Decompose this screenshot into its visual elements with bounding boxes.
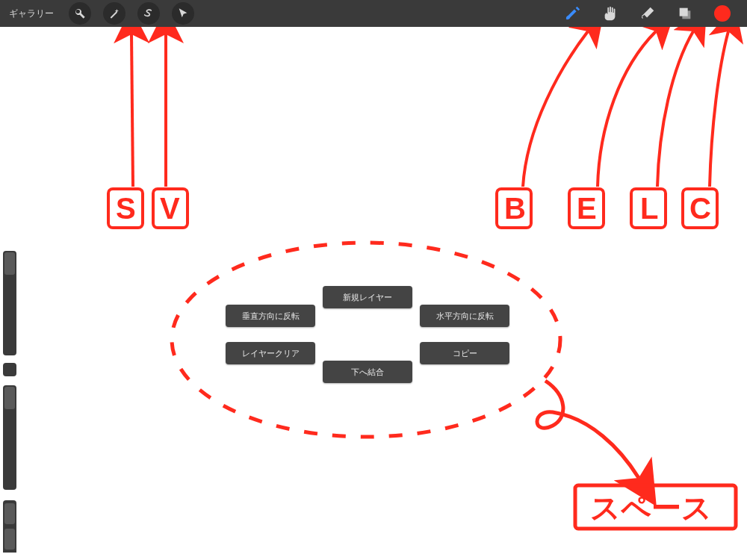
svg-rect-1 [153, 189, 187, 228]
annotations-layer: S V B E L C スペース [0, 0, 747, 560]
gallery-button[interactable]: ギャラリー [9, 7, 54, 20]
transform-button[interactable] [172, 2, 194, 25]
actions-button[interactable] [69, 2, 91, 25]
annotation-space-label: スペース [590, 491, 712, 524]
selection-button[interactable] [137, 2, 160, 25]
svg-rect-4 [631, 189, 666, 228]
quick-menu-right-lower[interactable]: コピー [420, 342, 509, 364]
annotation-v-label: V [160, 192, 180, 225]
smudge-tool-button[interactable] [601, 4, 620, 23]
svg-rect-5 [683, 189, 717, 228]
selection-s-icon [143, 7, 155, 19]
annotation-s-label: S [116, 192, 136, 225]
quick-menu-right-upper[interactable]: 水平方向に反転 [420, 305, 509, 327]
eraser-tool-button[interactable] [638, 4, 657, 23]
cursor-arrow-icon [177, 7, 189, 19]
modify-button[interactable] [3, 363, 16, 376]
quick-menu-left-lower[interactable]: レイヤークリア [226, 342, 315, 364]
annotation-l-label: L [640, 192, 658, 225]
brush-size-slider[interactable] [3, 251, 16, 355]
layers-icon [677, 5, 693, 22]
color-picker-button[interactable] [713, 4, 732, 23]
brush-tool-button[interactable] [563, 4, 583, 23]
annotation-e-label: E [577, 192, 597, 225]
wand-icon [108, 7, 120, 19]
color-swatch-icon [714, 5, 731, 22]
eraser-icon [639, 5, 656, 22]
svg-point-6 [172, 243, 560, 437]
top-toolbar: ギャラリー [0, 0, 747, 27]
quick-menu-left-upper[interactable]: 垂直方向に反転 [226, 305, 315, 327]
quick-menu-bottom[interactable]: 下へ結合 [323, 361, 412, 383]
layers-button[interactable] [675, 4, 695, 23]
wrench-icon [74, 7, 86, 19]
svg-rect-3 [569, 189, 604, 228]
quick-menu: 新規レイヤー 下へ結合 垂直方向に反転 レイヤークリア 水平方向に反転 コピー [0, 0, 747, 560]
adjustments-button[interactable] [103, 2, 125, 25]
brush-opacity-slider[interactable] [3, 385, 16, 490]
smudge-hand-icon [602, 5, 619, 22]
undo-redo-bar[interactable] [3, 500, 16, 553]
svg-rect-0 [108, 189, 143, 228]
annotation-c-label: C [689, 192, 711, 225]
svg-rect-2 [497, 189, 531, 228]
svg-rect-7 [575, 485, 736, 529]
annotation-b-label: B [504, 192, 526, 225]
brush-icon [565, 5, 581, 22]
quick-menu-top[interactable]: 新規レイヤー [323, 286, 412, 308]
